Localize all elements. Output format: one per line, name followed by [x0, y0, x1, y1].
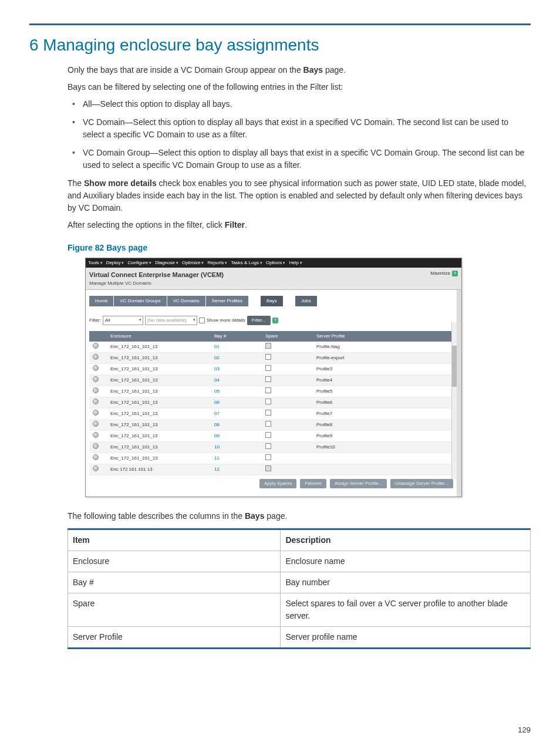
cell-enclosure: Enc_172_161_101_13	[107, 419, 211, 430]
col-spare[interactable]: Spare	[262, 331, 313, 342]
table-row[interactable]: Enc_172_161_101_1306Profile6	[89, 397, 453, 408]
bay-link[interactable]: 12	[214, 467, 220, 472]
bay-link[interactable]: 09	[214, 433, 220, 438]
cell-enclosure: Enc_172_161_101_13	[107, 397, 211, 408]
tab-bays[interactable]: Bays	[261, 296, 283, 306]
bay-link[interactable]: 01	[214, 344, 220, 349]
spare-checkbox[interactable]	[265, 354, 271, 360]
col-status	[89, 331, 107, 342]
maximize-link[interactable]: Maximize	[430, 270, 450, 277]
assign-profile-button[interactable]: Assign Server Profile...	[330, 479, 387, 488]
bay-link[interactable]: 05	[214, 389, 220, 394]
menu-item[interactable]: Tasks & Logs	[231, 259, 262, 266]
bays-page-screenshot: Tools Deploy Configure Diagnose Optimize…	[85, 258, 462, 497]
scrollbar[interactable]	[451, 322, 457, 479]
table-row[interactable]: Enc_172_161_101_1311	[89, 453, 453, 464]
filter-list: All—Select this option to display all ba…	[68, 98, 531, 171]
tab-vcdomaingroups[interactable]: VC Domain Groups	[114, 296, 166, 306]
spare-checkbox[interactable]	[265, 365, 271, 371]
cell-spare	[262, 363, 313, 374]
spare-checkbox[interactable]	[265, 376, 271, 382]
bay-link[interactable]: 04	[214, 377, 220, 383]
bay-link[interactable]: 11	[214, 455, 220, 461]
ab2-bold: Filter	[225, 220, 245, 229]
tab-serverprofiles[interactable]: Server Profiles	[206, 296, 248, 306]
table-row[interactable]: Enc_172_161_101_1308Profile8	[89, 419, 453, 430]
table-row[interactable]: Enc_172_161_101_1303Profile3	[89, 363, 453, 374]
col-enclosure[interactable]: Enclosure	[107, 331, 211, 342]
table-row[interactable]: Enc_172_161_101_1309Profile9	[89, 430, 453, 441]
help-icon[interactable]: ?	[272, 318, 278, 323]
intro-p1-b: page.	[323, 65, 346, 75]
bay-link[interactable]: 10	[214, 444, 220, 450]
desc-text: Bay number	[281, 572, 531, 593]
filter-secondary-dropdown[interactable]: [No data available]	[145, 316, 197, 325]
ab2-a: After selecting the options in the filte…	[68, 220, 225, 229]
col-bay[interactable]: Bay #	[211, 331, 262, 342]
bay-link[interactable]: 08	[214, 422, 220, 427]
cell-bay: 08	[211, 419, 262, 430]
unassign-profile-button[interactable]: Unassign Server Profile...	[390, 479, 453, 488]
spare-checkbox[interactable]	[265, 410, 271, 416]
menu-item[interactable]: Options	[266, 259, 286, 266]
apply-spares-button[interactable]: Apply Spares	[259, 479, 297, 488]
table-row[interactable]: Enc_172_161_101_1301Profile-Nag	[89, 342, 453, 353]
tab-jobs[interactable]: Jobs	[295, 296, 317, 306]
bay-link[interactable]: 02	[214, 355, 220, 360]
table-row: Enclosure Enclosure name	[68, 551, 531, 572]
failover-button[interactable]: Failover	[300, 479, 326, 488]
cell-bay: 04	[211, 374, 262, 386]
table-row[interactable]: Enc_172_161_101_1310Profile10	[89, 441, 453, 453]
af1-b: page.	[264, 511, 287, 521]
spare-checkbox[interactable]	[265, 343, 271, 349]
filter-button[interactable]: Filter...	[247, 316, 271, 325]
after-figure-p1: The following table describes the column…	[68, 510, 531, 522]
status-icon	[93, 365, 99, 371]
cell-profile: Profile-export	[313, 352, 453, 363]
menu-item[interactable]: Deploy	[106, 259, 124, 266]
cell-enclosure: Enc_172_161_101_13	[107, 430, 211, 441]
table-row: Spare Select spares to fail over a VC se…	[68, 593, 531, 626]
ab1-bold: Show more details	[84, 178, 157, 188]
spare-checkbox[interactable]	[265, 443, 271, 449]
tab-home[interactable]: Home	[89, 296, 113, 306]
spare-checkbox[interactable]	[265, 387, 271, 393]
bay-link[interactable]: 06	[214, 400, 220, 405]
cell-spare	[262, 397, 313, 408]
help-icon[interactable]: ?	[452, 271, 458, 276]
cell-enclosure: Enc_172_161_101_13	[107, 386, 211, 397]
menu-item[interactable]: Optimize	[182, 259, 204, 266]
filter-dropdown[interactable]: All	[103, 316, 143, 325]
table-row[interactable]: Enc_172_161_101_1305Profile5	[89, 386, 453, 397]
menu-item[interactable]: Help	[289, 259, 302, 266]
table-row[interactable]: Enc_172_161_101_1304Profile4	[89, 374, 453, 386]
cell-profile: Profile-Nag	[313, 342, 453, 353]
cell-bay: 12	[211, 464, 262, 475]
cell-enclosure: Enc 172 161 101 13	[107, 464, 211, 475]
table-row[interactable]: Enc_172_161_101_1302Profile-export	[89, 352, 453, 363]
bay-link[interactable]: 07	[214, 411, 220, 416]
menu-item[interactable]: Diagnose	[155, 259, 178, 266]
table-row[interactable]: Enc 172 161 101 1312	[89, 464, 453, 475]
cell-enclosure: Enc_172_161_101_13	[107, 408, 211, 419]
tab-vcdomains[interactable]: VC Domains	[167, 296, 205, 306]
col-serverprofile[interactable]: Server Profile	[313, 331, 453, 342]
menu-item[interactable]: Reports	[207, 259, 227, 266]
menu-item[interactable]: Configure	[128, 259, 152, 266]
spare-checkbox[interactable]	[265, 432, 271, 438]
bay-link[interactable]: 03	[214, 366, 220, 372]
bullet-vcdomain: VC Domain—Select this option to display …	[68, 116, 531, 141]
status-icon	[93, 432, 99, 438]
status-icon	[93, 376, 99, 382]
cell-spare	[262, 441, 313, 453]
app-header: Virtual Connect Enterprise Manager (VCEM…	[86, 268, 461, 290]
show-more-checkbox[interactable]	[199, 318, 205, 323]
status-icon	[93, 399, 99, 404]
spare-checkbox[interactable]	[265, 465, 271, 471]
desc-item: Bay #	[68, 572, 281, 593]
spare-checkbox[interactable]	[265, 421, 271, 427]
spare-checkbox[interactable]	[265, 454, 271, 460]
menu-item[interactable]: Tools	[88, 259, 103, 266]
table-row[interactable]: Enc_172_161_101_1307Profile7	[89, 408, 453, 419]
spare-checkbox[interactable]	[265, 399, 271, 404]
